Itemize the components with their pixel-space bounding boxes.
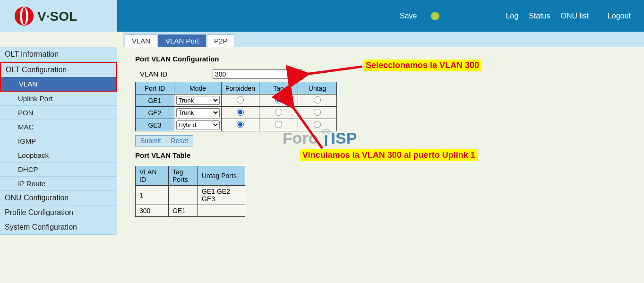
nav-status[interactable]: Status bbox=[529, 12, 550, 20]
table-row: 300 GE1 bbox=[136, 205, 245, 217]
sidebar-item-uplink-port[interactable]: Uplink Port bbox=[0, 92, 117, 106]
vlan-id-cell: 1 bbox=[136, 186, 169, 205]
radio-ge3-forbidden[interactable] bbox=[237, 121, 244, 128]
col-header-untag: Untag bbox=[298, 82, 337, 94]
sidebar-item-onu-configuration[interactable]: ONU Configuration bbox=[0, 191, 117, 206]
radio-ge3-untag[interactable] bbox=[314, 121, 321, 128]
sidebar-item-dhcp[interactable]: DHCP bbox=[0, 163, 117, 177]
sidebar-item-mac[interactable]: MAC bbox=[0, 120, 117, 134]
reset-button[interactable]: Reset bbox=[166, 135, 194, 146]
sidebar-item-system-configuration[interactable]: System Configuration bbox=[0, 220, 117, 235]
annotation-select-vlan: Seleccionamos la VLAN 300 bbox=[363, 60, 482, 71]
table-row: 1 GE1 GE2 GE3 bbox=[136, 186, 245, 205]
sidebar-item-loopback[interactable]: Loopback bbox=[0, 148, 117, 163]
col-header-vlan-id: VLAN ID bbox=[136, 166, 169, 186]
radio-ge1-forbidden[interactable] bbox=[237, 96, 244, 103]
port-vlan-table: VLAN ID Tag Ports Untag Ports 1 GE1 GE2 … bbox=[135, 166, 245, 217]
col-header-tag-ports: Tag Ports bbox=[169, 166, 198, 186]
sidebar-item-profile-configuration[interactable]: Profile Configuration bbox=[0, 206, 117, 220]
sidebar-item-olt-configuration[interactable]: OLT Configuration bbox=[0, 62, 117, 77]
svg-text:V·SOL: V·SOL bbox=[37, 9, 77, 24]
port-config-table: Port ID Mode Forbidden Tag Untag GE1 Tru… bbox=[135, 82, 337, 131]
radio-ge2-forbidden[interactable] bbox=[237, 109, 244, 116]
nav-log[interactable]: Log bbox=[506, 12, 518, 20]
vlan-id-select[interactable]: 300 bbox=[213, 69, 302, 79]
submit-button[interactable]: Submit bbox=[135, 135, 166, 146]
tab-p2p[interactable]: P2P bbox=[207, 34, 234, 47]
sidebar-item-vlan[interactable]: VLAN bbox=[0, 77, 117, 92]
col-header-tag: Tag bbox=[259, 82, 298, 94]
port-cell: GE2 bbox=[136, 107, 174, 119]
mode-select-ge2[interactable]: Trunk bbox=[176, 108, 220, 117]
port-cell: GE3 bbox=[136, 119, 174, 131]
radio-ge3-tag[interactable] bbox=[275, 121, 282, 128]
annotation-link-vlan: Vinculamos la VLAN 300 al puerto Uplink … bbox=[300, 149, 478, 161]
radio-ge2-tag[interactable] bbox=[275, 109, 282, 116]
table-row: GE2 Trunk bbox=[136, 107, 337, 119]
col-header-forbidden: Forbidden bbox=[222, 82, 259, 94]
svg-point-2 bbox=[22, 8, 26, 25]
mode-select-ge3[interactable]: Hybrid bbox=[176, 120, 220, 129]
tabstrip: VLAN VLAN Port P2P bbox=[123, 32, 644, 47]
untag-ports-cell bbox=[198, 205, 245, 217]
sidebar-item-olt-information[interactable]: OLT Information bbox=[0, 47, 117, 62]
nav-logout[interactable]: Logout bbox=[608, 12, 631, 20]
save-status-dot bbox=[431, 12, 439, 20]
sidebar: OLT Information OLT Configuration VLAN U… bbox=[0, 47, 117, 235]
vlan-id-label: VLAN ID bbox=[140, 70, 211, 78]
table-row: GE3 Hybrid bbox=[136, 119, 337, 131]
col-header-untag-ports: Untag Ports bbox=[198, 166, 245, 186]
table-row: GE1 Trunk bbox=[136, 94, 337, 107]
tab-vlan-port[interactable]: VLAN Port bbox=[158, 34, 206, 47]
radio-ge1-tag[interactable] bbox=[275, 96, 282, 103]
sidebar-item-pon[interactable]: PON bbox=[0, 106, 117, 120]
radio-ge2-untag[interactable] bbox=[314, 109, 321, 116]
sidebar-item-ip-route[interactable]: IP Route bbox=[0, 177, 117, 191]
brand-logo: V·SOL bbox=[0, 0, 117, 32]
tab-vlan[interactable]: VLAN bbox=[125, 34, 157, 47]
save-link[interactable]: Save bbox=[400, 12, 417, 20]
radio-ge1-untag[interactable] bbox=[314, 96, 321, 103]
mode-select-ge1[interactable]: Trunk bbox=[176, 96, 220, 105]
col-header-mode: Mode bbox=[174, 82, 222, 94]
nav-onu-list[interactable]: ONU list bbox=[561, 12, 589, 20]
col-header-port: Port ID bbox=[136, 82, 174, 94]
untag-ports-cell: GE1 GE2 GE3 bbox=[198, 186, 245, 205]
tag-ports-cell: GE1 bbox=[169, 205, 198, 217]
vlan-id-cell: 300 bbox=[136, 205, 169, 217]
sidebar-item-igmp[interactable]: IGMP bbox=[0, 134, 117, 148]
port-cell: GE1 bbox=[136, 94, 174, 107]
tag-ports-cell bbox=[169, 186, 198, 205]
